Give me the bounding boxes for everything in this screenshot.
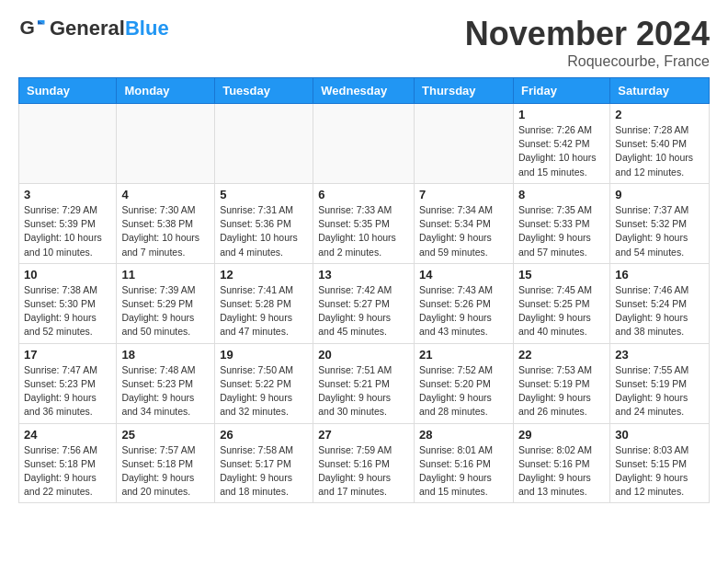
day-info: Sunrise: 7:31 AM Sunset: 5:36 PM Dayligh… [220,203,308,259]
day-number: 9 [615,188,704,201]
day-number: 29 [518,428,605,442]
location: Roquecourbe, France [465,53,710,70]
month-title: November 2024 [465,15,710,53]
calendar-header-friday: Friday [513,78,609,104]
day-info: Sunrise: 7:30 AM Sunset: 5:38 PM Dayligh… [121,203,210,259]
day-info: Sunrise: 7:46 AM Sunset: 5:24 PM Dayligh… [615,283,704,339]
calendar-header-wednesday: Wednesday [313,78,415,104]
day-info: Sunrise: 8:03 AM Sunset: 5:15 PM Dayligh… [615,443,704,500]
day-number: 10 [24,268,111,282]
day-number: 19 [220,348,308,362]
calendar-cell: 27Sunrise: 7:59 AM Sunset: 5:16 PM Dayli… [313,423,415,503]
calendar-cell: 18Sunrise: 7:48 AM Sunset: 5:23 PM Dayli… [117,343,215,423]
day-info: Sunrise: 7:53 AM Sunset: 5:19 PM Dayligh… [518,363,605,419]
day-number: 17 [24,348,111,362]
day-number: 22 [518,348,605,362]
calendar-cell: 25Sunrise: 7:57 AM Sunset: 5:18 PM Dayli… [117,423,215,503]
calendar-cell: 13Sunrise: 7:42 AM Sunset: 5:27 PM Dayli… [313,263,415,343]
day-info: Sunrise: 7:59 AM Sunset: 5:16 PM Dayligh… [318,443,409,500]
calendar-cell: 4Sunrise: 7:30 AM Sunset: 5:38 PM Daylig… [117,183,215,263]
calendar-cell [117,104,215,184]
calendar-header-tuesday: Tuesday [215,78,313,104]
day-number: 11 [121,268,210,282]
calendar-cell [313,104,415,184]
calendar-cell: 17Sunrise: 7:47 AM Sunset: 5:23 PM Dayli… [19,343,117,423]
calendar-header-row: SundayMondayTuesdayWednesdayThursdayFrid… [19,78,710,104]
logo-icon: G [18,15,46,42]
day-number: 21 [419,348,508,362]
calendar-cell: 22Sunrise: 7:53 AM Sunset: 5:19 PM Dayli… [513,343,609,423]
page-header: G GeneralBlue November 2024 Roquecourbe,… [0,0,728,77]
logo: G GeneralBlue [18,15,169,42]
calendar-cell: 21Sunrise: 7:52 AM Sunset: 5:20 PM Dayli… [415,343,514,423]
calendar-cell: 20Sunrise: 7:51 AM Sunset: 5:21 PM Dayli… [313,343,415,423]
calendar-cell: 6Sunrise: 7:33 AM Sunset: 5:35 PM Daylig… [313,183,415,263]
calendar-cell: 26Sunrise: 7:58 AM Sunset: 5:17 PM Dayli… [215,423,313,503]
calendar-cell: 7Sunrise: 7:34 AM Sunset: 5:34 PM Daylig… [415,183,514,263]
calendar-cell [415,104,514,184]
day-number: 1 [518,108,605,121]
calendar-table: SundayMondayTuesdayWednesdayThursdayFrid… [18,77,710,503]
day-info: Sunrise: 7:58 AM Sunset: 5:17 PM Dayligh… [220,443,308,500]
calendar-cell: 12Sunrise: 7:41 AM Sunset: 5:28 PM Dayli… [215,263,313,343]
calendar-header-saturday: Saturday [610,78,710,104]
day-info: Sunrise: 7:43 AM Sunset: 5:26 PM Dayligh… [419,283,508,339]
day-number: 26 [220,428,308,442]
day-number: 6 [318,188,409,201]
day-info: Sunrise: 8:01 AM Sunset: 5:16 PM Dayligh… [419,443,508,500]
calendar-cell: 30Sunrise: 8:03 AM Sunset: 5:15 PM Dayli… [610,423,710,503]
calendar-cell [19,104,117,184]
calendar-cell: 28Sunrise: 8:01 AM Sunset: 5:16 PM Dayli… [415,423,514,503]
day-info: Sunrise: 7:48 AM Sunset: 5:23 PM Dayligh… [121,363,210,419]
calendar-cell: 5Sunrise: 7:31 AM Sunset: 5:36 PM Daylig… [215,183,313,263]
calendar-week-0: 1Sunrise: 7:26 AM Sunset: 5:42 PM Daylig… [19,104,710,184]
calendar-cell: 23Sunrise: 7:55 AM Sunset: 5:19 PM Dayli… [610,343,710,423]
day-number: 15 [518,268,605,282]
day-info: Sunrise: 7:34 AM Sunset: 5:34 PM Dayligh… [419,203,508,259]
day-info: Sunrise: 7:41 AM Sunset: 5:28 PM Dayligh… [220,283,308,339]
day-number: 18 [121,348,210,362]
day-number: 25 [121,428,210,442]
day-number: 3 [24,188,111,201]
day-number: 5 [220,188,308,201]
calendar-cell [215,104,313,184]
day-info: Sunrise: 7:29 AM Sunset: 5:39 PM Dayligh… [24,203,111,259]
calendar-week-4: 24Sunrise: 7:56 AM Sunset: 5:18 PM Dayli… [19,423,710,503]
svg-text:G: G [20,17,35,38]
day-number: 16 [615,268,704,282]
day-info: Sunrise: 7:55 AM Sunset: 5:19 PM Dayligh… [615,363,704,419]
calendar-week-2: 10Sunrise: 7:38 AM Sunset: 5:30 PM Dayli… [19,263,710,343]
day-number: 24 [24,428,111,442]
calendar-wrapper: SundayMondayTuesdayWednesdayThursdayFrid… [0,77,728,512]
calendar-cell: 8Sunrise: 7:35 AM Sunset: 5:33 PM Daylig… [513,183,609,263]
day-info: Sunrise: 7:38 AM Sunset: 5:30 PM Dayligh… [24,283,111,339]
calendar-cell: 16Sunrise: 7:46 AM Sunset: 5:24 PM Dayli… [610,263,710,343]
day-info: Sunrise: 7:56 AM Sunset: 5:18 PM Dayligh… [24,443,111,500]
day-number: 13 [318,268,409,282]
day-number: 20 [318,348,409,362]
calendar-cell: 10Sunrise: 7:38 AM Sunset: 5:30 PM Dayli… [19,263,117,343]
day-number: 8 [518,188,605,201]
calendar-cell: 19Sunrise: 7:50 AM Sunset: 5:22 PM Dayli… [215,343,313,423]
day-number: 28 [419,428,508,442]
day-number: 4 [121,188,210,201]
day-info: Sunrise: 7:47 AM Sunset: 5:23 PM Dayligh… [24,363,111,419]
day-number: 7 [419,188,508,201]
day-info: Sunrise: 7:28 AM Sunset: 5:40 PM Dayligh… [615,123,704,179]
calendar-cell: 29Sunrise: 8:02 AM Sunset: 5:16 PM Dayli… [513,423,609,503]
calendar-cell: 2Sunrise: 7:28 AM Sunset: 5:40 PM Daylig… [610,104,710,184]
day-number: 14 [419,268,508,282]
logo-text: GeneralBlue [50,17,169,40]
day-info: Sunrise: 7:52 AM Sunset: 5:20 PM Dayligh… [419,363,508,419]
day-number: 27 [318,428,409,442]
day-info: Sunrise: 7:45 AM Sunset: 5:25 PM Dayligh… [518,283,605,339]
day-number: 12 [220,268,308,282]
calendar-cell: 14Sunrise: 7:43 AM Sunset: 5:26 PM Dayli… [415,263,514,343]
day-number: 30 [615,428,704,442]
day-info: Sunrise: 7:50 AM Sunset: 5:22 PM Dayligh… [220,363,308,419]
day-info: Sunrise: 7:37 AM Sunset: 5:32 PM Dayligh… [615,203,704,259]
calendar-cell: 1Sunrise: 7:26 AM Sunset: 5:42 PM Daylig… [513,104,609,184]
day-info: Sunrise: 7:51 AM Sunset: 5:21 PM Dayligh… [318,363,409,419]
day-info: Sunrise: 7:42 AM Sunset: 5:27 PM Dayligh… [318,283,409,339]
day-info: Sunrise: 7:33 AM Sunset: 5:35 PM Dayligh… [318,203,409,259]
